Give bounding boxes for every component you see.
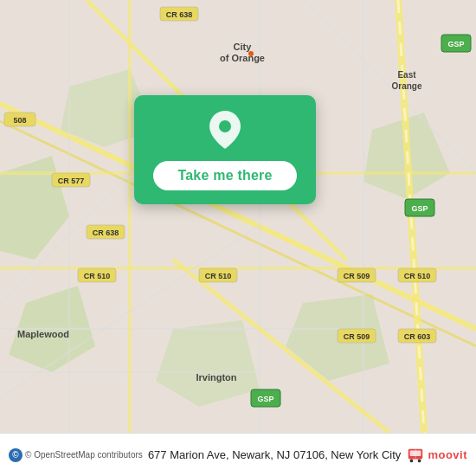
map-svg: CR 638 508 CR 577 CR 510 CR 510 CR 638 C… [0, 0, 476, 433]
moovit-bus-icon [406, 446, 425, 465]
moovit-text: moovit [428, 448, 467, 461]
svg-text:CR 510: CR 510 [404, 272, 431, 280]
svg-text:East: East [397, 70, 416, 80]
svg-text:CR 510: CR 510 [205, 272, 232, 280]
osm-label: © OpenStreetMap contributors [25, 450, 143, 460]
bottom-bar: © © OpenStreetMap contributors 677 Mario… [0, 433, 476, 476]
svg-point-58 [219, 120, 231, 132]
svg-text:CR 577: CR 577 [58, 177, 85, 185]
svg-point-52 [248, 51, 254, 56]
svg-text:CR 510: CR 510 [84, 272, 111, 280]
address-text: 677 Marion Ave, Newark, NJ 07106, New Yo… [148, 448, 402, 461]
svg-text:Orange: Orange [391, 81, 421, 91]
svg-point-62 [418, 459, 421, 462]
svg-text:CR 638: CR 638 [166, 10, 193, 19]
svg-text:GSP: GSP [411, 204, 428, 213]
take-me-there-card: Take me there [134, 95, 316, 204]
svg-text:GSP: GSP [447, 40, 464, 48]
moovit-logo: moovit [406, 446, 467, 465]
take-me-there-button[interactable]: Take me there [153, 161, 296, 190]
svg-text:CR 509: CR 509 [344, 332, 370, 341]
svg-point-61 [410, 459, 414, 462]
map-area: CR 638 508 CR 577 CR 510 CR 510 CR 638 C… [0, 0, 476, 433]
svg-text:CR 638: CR 638 [93, 228, 119, 237]
osm-attribution: © © OpenStreetMap contributors [9, 448, 143, 462]
svg-text:City: City [234, 42, 253, 52]
svg-text:Irvington: Irvington [196, 372, 236, 383]
svg-text:CR 603: CR 603 [404, 332, 431, 341]
osm-icon: © [9, 448, 23, 462]
pin-icon [209, 111, 241, 152]
svg-text:Maplewood: Maplewood [17, 329, 69, 339]
svg-text:GSP: GSP [257, 395, 273, 403]
svg-text:of Orange: of Orange [220, 53, 265, 63]
svg-text:508: 508 [13, 116, 26, 125]
svg-text:CR 509: CR 509 [344, 272, 370, 280]
